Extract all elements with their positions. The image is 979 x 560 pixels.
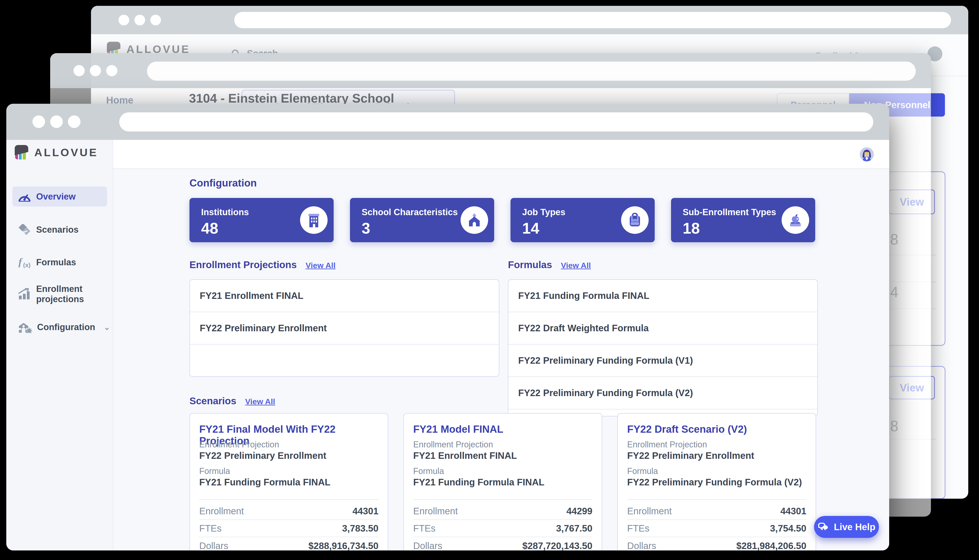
scenario-card[interactable]: FY21 Model FINAL Enrollment Projection F…	[403, 413, 602, 550]
tile-value: 18	[683, 219, 700, 237]
list-item[interactable]: FY22 Preliminary Funding Formula (V2)	[508, 377, 817, 409]
metric-label: Enrollment	[627, 506, 672, 517]
list-item[interactable]: FY21 Funding Formula FINAL	[508, 280, 817, 312]
divider	[413, 499, 592, 500]
app-header	[113, 140, 889, 169]
front-browser-window: ALLOVUE Overview Scenarios	[6, 104, 889, 550]
metric-label: Dollars	[627, 541, 656, 551]
window-traffic-lights	[74, 65, 117, 76]
zoom-window-button[interactable]	[150, 15, 161, 25]
metric-value: 44301	[780, 506, 806, 517]
sidebar-item-formulas[interactable]: f (x) Formulas	[12, 252, 107, 272]
formula-label: Formula	[199, 466, 230, 476]
minimize-window-button[interactable]	[50, 115, 63, 128]
avatar-woman-icon	[860, 147, 874, 161]
tile-sub-enrollment-types[interactable]: Sub-Enrollment Types 18	[671, 198, 815, 242]
list-item[interactable]: FY22 Draft Weighted Formula	[508, 312, 817, 345]
view-all-link[interactable]: View All	[561, 261, 591, 270]
building-icon	[307, 213, 321, 227]
allovue-logo: ALLOVUE	[15, 145, 98, 160]
overview-page: Configuration Institutions 48	[113, 169, 889, 550]
address-bar[interactable]	[147, 62, 916, 81]
formula-value: FY22 Preliminary Funding Formula (V2)	[627, 477, 802, 487]
tile-label: Institutions	[201, 207, 249, 217]
live-help-button[interactable]: Live Help	[814, 516, 879, 538]
scenarios-icon	[18, 224, 31, 235]
metric-value: $281,984,206.50	[736, 541, 806, 551]
view-all-link[interactable]: View All	[245, 397, 275, 406]
window-traffic-lights	[32, 115, 80, 128]
scenario-title: FY22 Draft Scenario (V2)	[627, 423, 747, 435]
metric-value: $287,720,143.50	[522, 541, 592, 551]
tile-value: 48	[201, 219, 218, 237]
scenarios-header: Scenarios View All	[189, 395, 275, 407]
formulas-header: Formulas View All	[508, 259, 591, 270]
metric-label: Dollars	[413, 541, 442, 551]
metric-value: $288,916,734.50	[309, 541, 378, 551]
scenario-metrics: Enrollment44301 FTEs3,754.50 Dollars$281…	[627, 503, 806, 550]
tile-job-types[interactable]: Job Types 14	[511, 198, 655, 242]
sidebar-item-enrollment-projections[interactable]: Enrollment projections	[12, 281, 107, 307]
close-window-button[interactable]	[32, 115, 45, 128]
bar-chart-trend-icon	[18, 288, 31, 300]
formula-fx-icon: f (x)	[18, 257, 31, 268]
tile-label: Sub-Enrollment Types	[683, 207, 776, 217]
formula-label: Formula	[627, 466, 658, 476]
configuration-heading: Configuration	[189, 177, 257, 189]
svg-text:f: f	[18, 257, 23, 268]
formula-label: Formula	[413, 466, 444, 476]
divider	[199, 499, 378, 500]
list-item[interactable]: FY22 Preliminary Funding Formula (V1)	[508, 345, 817, 377]
divider	[627, 499, 806, 500]
enrollment-projections-panel: FY21 Enrollment FINAL FY22 Preliminary E…	[189, 279, 499, 377]
section-heading: Enrollment Projections	[189, 259, 297, 270]
scenario-metrics: Enrollment44299 FTEs3,767.50 Dollars$287…	[413, 503, 592, 550]
tile-institutions[interactable]: Institutions 48	[189, 198, 334, 242]
metric-value: 44299	[566, 506, 592, 517]
zoom-window-button[interactable]	[106, 65, 117, 76]
metric-label: FTEs	[413, 523, 436, 534]
sidebar-item-scenarios[interactable]: Scenarios	[12, 220, 107, 240]
live-help-label: Live Help	[834, 522, 875, 532]
sidebar-item-label: Formulas	[36, 257, 76, 267]
sidebar-item-label: Scenarios	[36, 225, 79, 235]
sidebar-item-label: Enrollment projections	[36, 284, 95, 304]
scenario-card[interactable]: FY21 Final Model With FY22 Projection En…	[189, 413, 388, 550]
metric-value: 3,754.50	[770, 523, 806, 534]
metric-label: FTEs	[199, 523, 222, 534]
zoom-window-button[interactable]	[68, 115, 80, 128]
address-bar[interactable]	[234, 12, 951, 28]
ep-value: FY21 Enrollment FINAL	[413, 450, 517, 461]
minimize-window-button[interactable]	[90, 65, 101, 76]
sidebar-item-label: Overview	[36, 192, 75, 202]
window-traffic-lights	[119, 15, 161, 25]
tile-value: 3	[362, 219, 370, 237]
tile-school-characteristics[interactable]: School Characteristics 3	[350, 198, 494, 242]
list-item[interactable]: FY21 Enrollment FINAL	[190, 280, 499, 312]
schoolhouse-icon	[467, 213, 481, 227]
scenario-card[interactable]: FY22 Draft Scenario (V2) Enrollment Proj…	[617, 413, 816, 550]
close-window-button[interactable]	[119, 15, 129, 25]
user-avatar[interactable]	[860, 147, 874, 161]
sidebar-item-overview[interactable]: Overview	[12, 187, 107, 207]
sidebar-item-configuration[interactable]: Configuration ⌄	[12, 317, 107, 337]
section-heading: Formulas	[508, 259, 552, 270]
metric-label: Dollars	[199, 541, 228, 551]
middle-window-titlebar	[50, 53, 931, 88]
list-item[interactable]: FY22 Preliminary Enrollment	[190, 312, 499, 345]
minimize-window-button[interactable]	[134, 15, 145, 25]
scenario-title: FY21 Model FINAL	[413, 423, 503, 435]
ep-label: Enrollment Projection	[413, 440, 493, 450]
address-bar[interactable]	[119, 112, 873, 132]
ep-value: FY22 Preliminary Enrollment	[627, 450, 754, 461]
metric-value: 3,767.50	[556, 523, 592, 534]
sidebar-item-label: Configuration	[37, 322, 95, 332]
close-window-button[interactable]	[74, 65, 85, 76]
view-all-link[interactable]: View All	[306, 261, 336, 270]
speedometer-icon	[18, 192, 31, 202]
backpack-icon	[628, 213, 642, 227]
metric-value: 44301	[353, 506, 378, 517]
metric-label: FTEs	[627, 523, 650, 534]
section-heading: Scenarios	[189, 395, 236, 407]
brand-wordmark: ALLOVUE	[34, 146, 98, 159]
